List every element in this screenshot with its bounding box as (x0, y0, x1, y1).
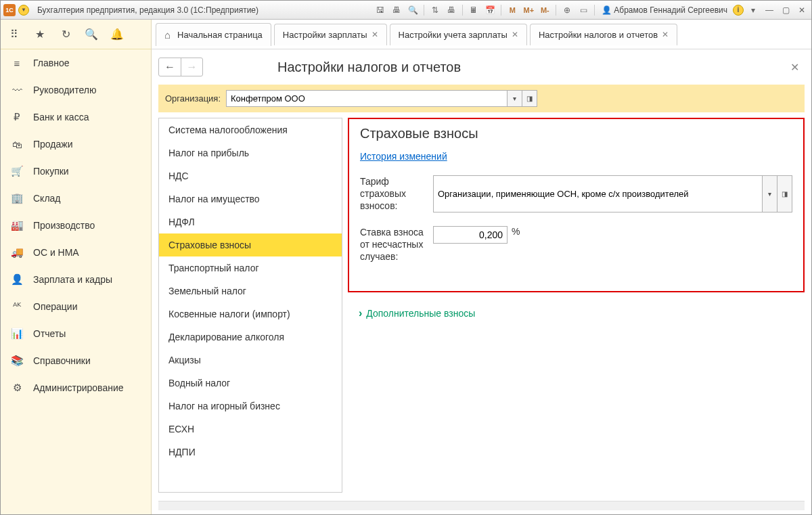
organization-open-button[interactable]: ◨ (522, 90, 537, 107)
settings-list-item[interactable]: НДС (159, 164, 342, 187)
highlighted-panel: Страховые взносы История изменений Тариф… (348, 118, 805, 292)
print2-icon[interactable]: 🖶 (445, 4, 458, 16)
windows-icon[interactable]: ▭ (577, 4, 590, 16)
sidebar-item[interactable]: 🏭Производство (1, 212, 151, 239)
dropdown-icon[interactable]: ▾ (746, 4, 760, 16)
calendar-icon[interactable]: 📅 (483, 4, 497, 16)
history-icon[interactable]: ↻ (59, 28, 72, 41)
settings-list-item[interactable]: Налог на игорный бизнес (159, 395, 342, 418)
organization-input-wrap: ▾ ◨ (226, 90, 537, 107)
tariff-open-button[interactable]: ◨ (777, 175, 792, 212)
user-label[interactable]: 👤Абрамов Геннадий Сергеевич (599, 5, 730, 15)
tab[interactable]: Начальная страница (156, 23, 271, 46)
memory-mplus-button[interactable]: M+ (522, 4, 535, 16)
page-title: Настройки налогов и отчетов (277, 60, 461, 75)
sidebar-item-label: Склад (33, 193, 61, 204)
rate-row: Ставка взноса от несчастных случаев: % (360, 226, 792, 263)
page-close-button[interactable]: ✕ (785, 58, 805, 76)
sidebar-item[interactable]: ₽Банк и касса (1, 104, 151, 131)
user-icon: 👤 (602, 5, 612, 15)
settings-list-item[interactable]: Страховые взносы (159, 233, 342, 256)
star-icon[interactable]: ★ (33, 28, 47, 41)
sidebar-item[interactable]: ≡Главное (1, 49, 151, 76)
sidebar-item[interactable]: 〰Руководителю (1, 76, 151, 104)
sidebar-item-icon: ≡ (10, 57, 24, 69)
settings-list-item[interactable]: Водный налог (159, 372, 342, 395)
sidebar-item[interactable]: ᴬᴷОперации (1, 293, 151, 320)
tab-close-icon[interactable]: ✕ (512, 30, 518, 39)
sidebar-item-icon: ₽ (10, 111, 24, 123)
apps-icon[interactable]: ⠿ (7, 28, 21, 41)
sidebar-item[interactable]: ⚙Администрирование (1, 374, 151, 401)
tab-label: Настройки зарплаты (283, 30, 367, 40)
sidebar-item-label: ОС и НМА (33, 247, 79, 258)
settings-list-item[interactable]: Налог на прибыль (159, 141, 342, 164)
sidebar-toolbar: ⠿ ★ ↻ 🔍 🔔 (1, 20, 151, 49)
calculator-icon[interactable]: 🖩 (467, 4, 480, 16)
tab-label: Настройки учета зарплаты (399, 30, 508, 40)
close-button[interactable]: ✕ (795, 4, 809, 16)
sidebar-item-icon: 🏢 (10, 192, 24, 204)
nav-forward-button[interactable]: → (181, 58, 202, 76)
sidebar-item[interactable]: 🏢Склад (1, 185, 151, 212)
tab-close-icon[interactable]: ✕ (371, 30, 378, 39)
settings-panel: Страховые взносы История изменений Тариф… (348, 118, 805, 493)
tab-close-icon[interactable]: ✕ (662, 30, 669, 39)
app-menu-dropdown[interactable]: ▼ (18, 5, 29, 16)
tariff-select-wrap: ▾ ◨ (433, 175, 792, 212)
sidebar-item[interactable]: 🛍Продажи (1, 131, 151, 158)
settings-list-item[interactable]: НДПИ (159, 441, 342, 464)
organization-dropdown-button[interactable]: ▾ (508, 90, 522, 107)
settings-list-item[interactable]: Транспортный налог (159, 256, 342, 279)
print-icon[interactable]: 🖶 (390, 4, 403, 16)
maximize-button[interactable]: ▢ (779, 4, 792, 16)
sidebar-item[interactable]: 📊Отчеты (1, 320, 151, 347)
bell-icon[interactable]: 🔔 (110, 28, 124, 41)
rate-input[interactable] (433, 226, 508, 244)
content-area: ← → Настройки налогов и отчетов ✕ Органи… (152, 49, 811, 498)
sidebar-item-icon: ᴬᴷ (10, 300, 24, 313)
sidebar-item[interactable]: 👤Зарплата и кадры (1, 266, 151, 293)
nav-back-button[interactable]: ← (159, 58, 181, 76)
info-icon[interactable]: i (733, 5, 744, 16)
sidebar: ⠿ ★ ↻ 🔍 🔔 ≡Главное〰Руководителю₽Банк и к… (1, 20, 152, 514)
history-link[interactable]: История изменений (360, 151, 447, 162)
tab[interactable]: Настройки налогов и отчетов✕ (530, 24, 677, 45)
nav-buttons: ← → (158, 58, 203, 76)
user-name: Абрамов Геннадий Сергеевич (614, 5, 727, 15)
tariff-select[interactable] (433, 175, 763, 212)
settings-list-item[interactable]: Декларирование алкоголя (159, 326, 342, 349)
tariff-dropdown-button[interactable]: ▾ (763, 175, 777, 212)
settings-list-item[interactable]: Косвенные налоги (импорт) (159, 303, 342, 326)
tab-label: Настройки налогов и отчетов (539, 30, 658, 40)
sidebar-item-icon: 🛍 (10, 138, 24, 150)
sidebar-item-label: Отчеты (33, 328, 66, 339)
sidebar-item-label: Зарплата и кадры (33, 274, 112, 285)
compare-icon[interactable]: ⇅ (428, 4, 442, 16)
sidebar-item-icon: 🛒 (10, 165, 24, 177)
additional-contributions-label: Дополнительные взносы (366, 308, 475, 319)
preview-icon[interactable]: 🔍 (406, 4, 420, 16)
settings-list-item[interactable]: Система налогообложения (159, 118, 342, 141)
save-icon[interactable]: 🖫 (374, 4, 387, 16)
settings-list-item[interactable]: НДФЛ (159, 210, 342, 233)
sidebar-item[interactable]: 🛒Покупки (1, 158, 151, 185)
horizontal-scrollbar[interactable] (158, 501, 805, 510)
memory-mminus-button[interactable]: M- (538, 4, 551, 16)
additional-contributions-expand[interactable]: Дополнительные взносы (359, 307, 475, 319)
settings-list-item[interactable]: Земельный налог (159, 279, 342, 303)
memory-m-button[interactable]: M (505, 4, 519, 16)
settings-list-item[interactable]: ЕСХН (159, 418, 342, 441)
minimize-button[interactable]: — (763, 4, 776, 16)
settings-list-item[interactable]: Налог на имущество (159, 187, 342, 210)
organization-input[interactable] (226, 90, 508, 107)
tab[interactable]: Настройки учета зарплаты✕ (390, 24, 527, 45)
tab[interactable]: Настройки зарплаты✕ (274, 24, 387, 45)
settings-list-item[interactable]: Акцизы (159, 349, 342, 372)
content-header: ← → Настройки налогов и отчетов ✕ (158, 55, 805, 79)
sidebar-item-icon: 🚚 (10, 246, 24, 259)
zoom-icon[interactable]: ⊕ (560, 4, 574, 16)
sidebar-item[interactable]: 🚚ОС и НМА (1, 239, 151, 266)
sidebar-item[interactable]: 📚Справочники (1, 347, 151, 374)
search-icon[interactable]: 🔍 (85, 28, 98, 41)
